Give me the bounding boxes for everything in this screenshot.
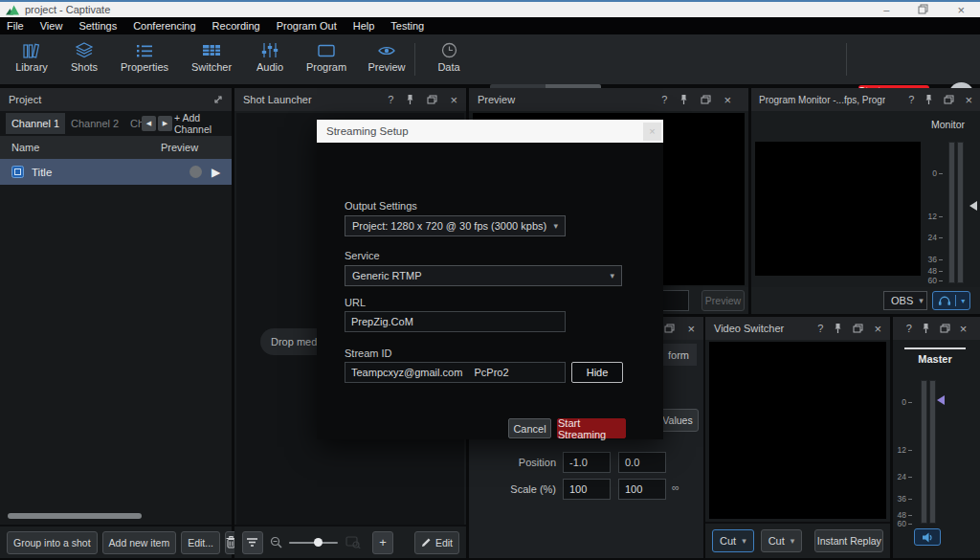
monitor-volume-handle[interactable]	[969, 201, 977, 211]
transition-b-label: Cut	[768, 535, 785, 547]
pin-icon[interactable]	[924, 94, 933, 105]
close-panel-icon[interactable]: ×	[724, 94, 731, 106]
group-into-shot-button[interactable]: Group into a shot	[7, 531, 98, 554]
chevron-down-icon: ▾	[785, 536, 795, 546]
horizontal-scrollbar[interactable]	[8, 513, 142, 519]
obs-label: OBS	[891, 295, 913, 306]
minimize-button[interactable]: –	[883, 5, 889, 15]
menu-file[interactable]: File	[7, 20, 24, 32]
position-y-field[interactable]	[618, 452, 666, 473]
main-toolbar: Library Shots Properties Switcher Audio	[0, 34, 980, 86]
preview-panel-title: Preview	[478, 94, 515, 105]
transform-tab[interactable]: form	[660, 344, 697, 366]
expand-panel-icon[interactable]	[213, 95, 223, 104]
service-dropdown[interactable]: Generic RTMP ▾	[345, 265, 622, 286]
help-icon[interactable]: ?	[906, 324, 912, 334]
menu-view[interactable]: View	[40, 20, 63, 32]
float-window-icon[interactable]	[427, 95, 437, 104]
help-icon[interactable]: ?	[908, 95, 914, 105]
close-panel-icon[interactable]: ×	[965, 94, 972, 106]
menu-settings[interactable]: Settings	[78, 20, 117, 32]
preview-button[interactable]: Preview	[352, 42, 421, 73]
float-window-icon[interactable]	[853, 324, 863, 333]
channel-tabs: Channel 1 Channel 2 Cha ◀ ▶ + Add Channe…	[0, 111, 232, 136]
close-panel-icon[interactable]: ×	[450, 94, 457, 106]
meter-tick-label: 12	[925, 212, 943, 221]
project-list-empty-area	[0, 185, 232, 525]
help-icon[interactable]: ?	[817, 324, 823, 334]
library-icon	[23, 42, 41, 58]
title-item-icon	[11, 166, 24, 178]
data-button[interactable]: Data	[414, 42, 483, 73]
project-panel-footer: Group into a shot Add new item Edit...	[0, 525, 232, 558]
obs-dropdown[interactable]: OBS ▾	[883, 291, 927, 310]
restore-button[interactable]	[918, 4, 928, 16]
close-panel-icon[interactable]: ×	[687, 323, 695, 335]
menu-recording[interactable]: Recording	[212, 20, 260, 32]
play-icon[interactable]: ▶	[212, 167, 220, 178]
slider-knob[interactable]	[314, 538, 323, 547]
help-icon[interactable]: ?	[661, 95, 667, 105]
edit-item-button[interactable]: Edit...	[181, 531, 220, 554]
preview-toggle-button[interactable]: Preview	[702, 290, 745, 311]
monitor-audio-button[interactable]: ▾	[932, 291, 970, 310]
master-mute-button[interactable]	[914, 528, 941, 546]
hide-stream-id-button[interactable]: Hide	[571, 362, 623, 383]
dialog-cancel-button[interactable]: Cancel	[508, 418, 551, 438]
close-panel-icon[interactable]: ×	[874, 323, 881, 335]
stream-id-input[interactable]	[345, 362, 566, 383]
master-volume-handle[interactable]	[937, 395, 945, 405]
filter-button[interactable]	[242, 531, 263, 554]
service-value: Generic RTMP	[352, 270, 422, 281]
shots-button[interactable]: Shots	[50, 42, 119, 73]
output-settings-dropdown[interactable]: Project: 1280 x 720 @ 30 fps (3000 kpbs)…	[345, 215, 566, 236]
thumbnail-size-slider[interactable]	[289, 542, 338, 544]
close-button[interactable]: ×	[957, 4, 965, 16]
menu-testing[interactable]: Testing	[390, 20, 424, 32]
float-window-icon[interactable]	[940, 324, 950, 333]
url-input[interactable]	[345, 311, 566, 332]
pin-icon[interactable]	[406, 94, 414, 105]
menu-help[interactable]: Help	[353, 20, 375, 32]
tab-scroll-right-icon[interactable]: ▶	[158, 116, 172, 131]
meter-tick-label: 0	[895, 397, 912, 407]
add-channel-button[interactable]: + Add Channel	[174, 112, 232, 135]
menu-conferencing[interactable]: Conferencing	[133, 20, 195, 32]
add-shot-button[interactable]: +	[372, 531, 393, 554]
edit-shot-label: Edit	[435, 537, 453, 549]
help-icon[interactable]: ?	[388, 95, 393, 105]
float-window-icon[interactable]	[701, 95, 711, 104]
dialog-close-button[interactable]: ×	[643, 123, 661, 141]
zoom-fit-icon[interactable]	[345, 536, 361, 549]
float-window-icon[interactable]	[664, 324, 675, 333]
pin-icon[interactable]	[922, 323, 930, 334]
program-video-area	[755, 142, 921, 276]
float-window-icon[interactable]	[944, 95, 954, 104]
menu-program-out[interactable]: Program Out	[277, 20, 337, 32]
edit-shot-button[interactable]: Edit	[414, 531, 459, 554]
tab-scroll-left-icon[interactable]: ◀	[142, 116, 156, 131]
meter-bar-right	[929, 380, 936, 524]
tab-channel-2[interactable]: Channel 2	[71, 118, 119, 129]
add-new-item-button[interactable]: Add new item	[102, 531, 177, 554]
properties-button[interactable]: Properties	[110, 42, 179, 73]
video-switcher-title: Video Switcher	[714, 323, 784, 334]
transition-a-label: Cut	[720, 535, 736, 547]
pin-icon[interactable]	[679, 94, 688, 105]
scale-x-field[interactable]	[563, 479, 611, 500]
zoom-out-icon[interactable]	[270, 536, 282, 549]
program-button[interactable]: Program	[292, 42, 361, 73]
status-circle	[189, 166, 202, 178]
transition-a-dropdown[interactable]: Cut ▾	[712, 529, 754, 552]
tab-channel-1[interactable]: Channel 1	[6, 113, 65, 134]
instant-replay-button[interactable]: Instant Replay	[814, 529, 883, 552]
close-panel-icon[interactable]: ×	[960, 323, 968, 335]
media-row-title[interactable]: Title ▶	[0, 159, 232, 185]
pin-icon[interactable]	[834, 323, 842, 334]
link-scale-icon[interactable]: ∞	[672, 482, 679, 493]
position-x-field[interactable]	[563, 452, 611, 473]
column-preview: Preview	[161, 142, 198, 153]
transition-b-dropdown[interactable]: Cut ▾	[761, 529, 803, 552]
scale-y-field[interactable]	[618, 479, 666, 500]
dialog-start-streaming-button[interactable]: Start Streaming	[557, 418, 626, 438]
